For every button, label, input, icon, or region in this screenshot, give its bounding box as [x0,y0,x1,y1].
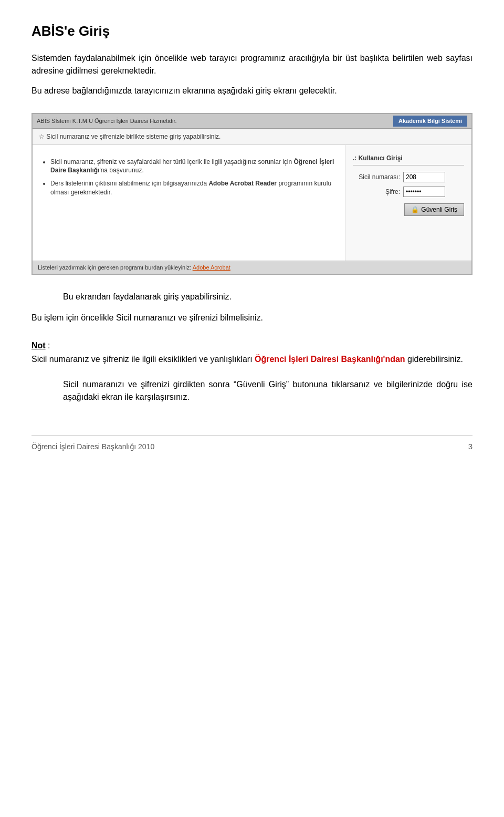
after-screenshot-text-2: Bu işlem için öncelikle Sicil numaranızı… [32,312,472,324]
not-paragraph: Not : Sicil numaranız ve şifreniz ile il… [32,339,472,366]
page-number: 3 [468,441,472,453]
after-screenshot-text-1: Bu ekrandan faydalanarak giriş yapabilir… [63,291,472,303]
sicil-input[interactable] [403,172,445,182]
footer-left-text: Öğrenci İşleri Dairesi Başkanlığı 2010 [32,441,154,452]
sifre-input[interactable] [403,187,445,197]
browser-title-text: ABİS Sİstemi K.T.M.U Öğrenci İşleri Dair… [37,117,177,126]
guvenli-giris-button[interactable]: 🔒 Güvenli Giriş [404,203,464,216]
browser-footer: Listeleri yazdırmak için gereken program… [33,261,471,274]
intro-paragraph-1: Sistemden faydalanabilmek için öncelikle… [32,52,472,77]
login-btn-row: 🔒 Güvenli Giriş [353,203,464,216]
not-label: Not [32,341,46,350]
sicil-label: Sicil numarası: [353,172,400,182]
not-section: Not : Sicil numaranız ve şifreniz ile il… [32,339,472,366]
guvenli-giris-label: Güvenli Giriş [421,206,457,213]
sifre-field-row: Şifre: [353,187,464,197]
intro-paragraph-2: Bu adrese bağlandığınızda tarayıcınızın … [32,85,472,97]
not-colon: : [46,341,50,350]
page-footer: Öğrenci İşleri Dairesi Başkanlığı 2010 3 [32,435,472,453]
final-paragraph: Sicil numaranızı ve şifrenizi girdikten … [63,378,472,404]
adobe-link[interactable]: Adobe Acrobat [193,264,230,271]
bullet-item-2: Ders listelerinin çıktısını alabilmeniz … [50,179,337,197]
not-suffix-text: giderebilirsiniz. [405,355,463,364]
sifre-label: Şifre: [353,187,400,197]
lock-icon: 🔒 [411,206,419,213]
notice-bar: ☆ Sicil numaranız ve şifrenizle birlikte… [33,129,471,145]
not-highlight-text: Öğrenci İşleri Dairesi Başkanlığı'ndan [255,355,405,364]
browser-left-panel: Sicil numaranız, şifreniz ve sayfalardak… [33,145,345,261]
browser-screenshot: ABİS Sİstemi K.T.M.U Öğrenci İşleri Dair… [32,113,472,275]
login-box-title: .: Kullanıcı Girişi [353,153,464,166]
browser-title-right: Akademik Bilgi Sistemi [393,116,467,127]
browser-content-area: Sicil numaranız, şifreniz ve sayfalardak… [33,145,471,261]
bullet-item-1: Sicil numaranız, şifreniz ve sayfalardak… [50,158,337,175]
browser-right-panel: .: Kullanıcı Girişi Sicil numarası: Şifr… [345,145,471,261]
sicil-field-row: Sicil numarası: [353,172,464,182]
browser-titlebar: ABİS Sİstemi K.T.M.U Öğrenci İşleri Dair… [33,114,471,129]
page-title: ABİS'e Giriş [32,21,472,42]
not-body-text: Sicil numaranız ve şifreniz ile ilgili e… [32,355,255,364]
browser-footer-text: Listeleri yazdırmak için gereken program… [38,264,193,271]
